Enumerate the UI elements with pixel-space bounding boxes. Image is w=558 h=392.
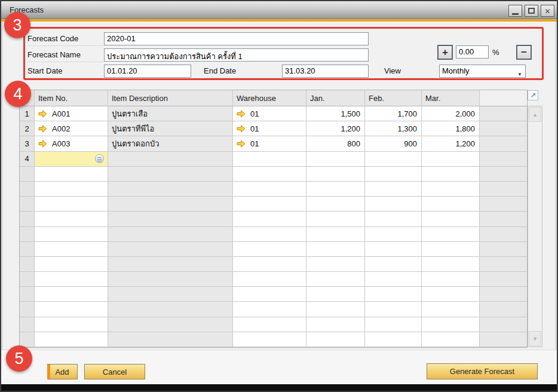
mar-cell[interactable]	[422, 287, 480, 302]
choose-from-list-icon[interactable]	[95, 154, 104, 163]
mar-cell[interactable]	[422, 302, 480, 317]
row-number-cell[interactable]	[20, 212, 35, 226]
mar-cell[interactable]: 2,000	[422, 106, 480, 121]
item-no-cell[interactable]	[35, 167, 108, 182]
item-no-cell[interactable]	[35, 272, 108, 287]
generate-forecast-button[interactable]: Generate Forecast	[427, 363, 538, 379]
forecast-name-input[interactable]: ประมาณการความต้องการสินค้า ครั้งที่ 1	[104, 48, 369, 62]
mar-cell[interactable]	[422, 197, 480, 212]
link-arrow-icon[interactable]	[237, 125, 246, 133]
jan-cell[interactable]	[306, 152, 365, 167]
warehouse-cell[interactable]	[233, 167, 306, 182]
jan-cell[interactable]	[306, 197, 365, 212]
item-no-cell[interactable]	[35, 302, 108, 317]
mar-cell[interactable]	[422, 182, 480, 197]
feb-cell[interactable]: 1,300	[365, 121, 422, 136]
mar-cell[interactable]: 1,800	[422, 121, 480, 136]
row-number-cell[interactable]	[20, 182, 35, 197]
warehouse-cell[interactable]	[233, 287, 306, 302]
jan-cell[interactable]: 800	[306, 136, 365, 151]
mar-cell[interactable]	[422, 272, 480, 287]
link-arrow-icon[interactable]	[237, 140, 246, 148]
row-number-cell[interactable]	[20, 302, 35, 317]
feb-cell[interactable]	[365, 242, 422, 257]
warehouse-cell[interactable]: 01	[233, 106, 306, 121]
mar-cell[interactable]	[422, 242, 480, 257]
jan-cell[interactable]	[306, 302, 365, 317]
warehouse-cell[interactable]	[233, 332, 306, 347]
close-button[interactable]	[541, 5, 554, 17]
feb-cell[interactable]	[365, 197, 422, 212]
row-number-cell[interactable]	[20, 317, 35, 332]
item-no-cell[interactable]	[35, 332, 108, 347]
warehouse-cell[interactable]	[233, 197, 306, 212]
add-button[interactable]: Add	[47, 364, 78, 379]
item-description-cell[interactable]	[108, 242, 233, 257]
warehouse-cell[interactable]: 01	[233, 121, 306, 136]
warehouse-cell[interactable]	[233, 212, 306, 226]
item-no-cell[interactable]	[35, 212, 108, 226]
mar-cell[interactable]: 1,200	[422, 136, 480, 151]
scroll-down-icon[interactable]	[529, 331, 541, 346]
link-arrow-icon[interactable]	[38, 140, 47, 148]
link-arrow-icon[interactable]	[38, 125, 47, 133]
warehouse-cell[interactable]	[233, 152, 306, 167]
row-number-cell[interactable]	[20, 257, 35, 272]
item-description-cell[interactable]: ปูนตราดอกบัว	[108, 136, 233, 151]
item-no-cell-active[interactable]	[35, 152, 108, 167]
jan-cell[interactable]	[306, 257, 365, 272]
jan-cell[interactable]	[306, 227, 365, 242]
mar-cell[interactable]	[422, 152, 480, 167]
item-no-cell[interactable]	[35, 242, 108, 257]
mar-cell[interactable]	[422, 167, 480, 182]
jan-cell[interactable]	[306, 287, 365, 302]
feb-cell[interactable]	[365, 272, 422, 287]
mar-cell[interactable]	[422, 332, 480, 347]
feb-cell[interactable]	[365, 317, 422, 332]
row-number-cell[interactable]: 4	[20, 152, 35, 167]
item-no-cell[interactable]: A003	[35, 136, 108, 151]
warehouse-cell[interactable]	[233, 302, 306, 317]
feb-cell[interactable]	[365, 257, 422, 272]
view-dropdown[interactable]: Monthly	[439, 65, 526, 78]
item-description-cell[interactable]: ปูนตราทีพีไอ	[108, 121, 233, 136]
item-description-cell[interactable]	[108, 227, 233, 242]
jan-cell[interactable]	[306, 332, 365, 347]
warehouse-cell[interactable]	[233, 242, 306, 257]
row-number-cell[interactable]: 1	[20, 106, 35, 121]
jan-cell[interactable]	[306, 212, 365, 226]
jan-cell[interactable]	[306, 317, 365, 332]
jan-cell[interactable]: 1,200	[306, 121, 365, 136]
item-no-cell[interactable]: A001	[35, 106, 108, 121]
link-arrow-icon[interactable]	[237, 110, 246, 118]
percent-increase-button[interactable]: +	[437, 45, 453, 60]
scroll-up-icon[interactable]	[529, 107, 541, 122]
item-no-cell[interactable]: A002	[35, 121, 108, 136]
end-date-input[interactable]: 31.03.20	[282, 65, 369, 78]
row-number-cell[interactable]	[20, 287, 35, 302]
percent-input[interactable]: 0.00	[456, 45, 489, 59]
title-bar[interactable]: Forecasts	[1, 1, 557, 19]
warehouse-cell[interactable]	[233, 182, 306, 197]
item-description-cell[interactable]	[108, 197, 233, 212]
feb-cell[interactable]	[365, 167, 422, 182]
jan-cell[interactable]	[306, 242, 365, 257]
feb-cell[interactable]	[365, 152, 422, 167]
feb-cell[interactable]	[365, 212, 422, 226]
mar-cell[interactable]	[422, 212, 480, 226]
item-description-cell[interactable]	[108, 167, 233, 182]
jan-cell[interactable]	[306, 167, 365, 182]
item-description-cell[interactable]	[108, 257, 233, 272]
row-number-cell[interactable]	[20, 167, 35, 182]
row-number-cell[interactable]: 3	[20, 136, 35, 151]
item-description-cell[interactable]	[108, 332, 233, 347]
feb-cell[interactable]	[365, 287, 422, 302]
item-description-cell[interactable]	[108, 317, 233, 332]
row-number-cell[interactable]	[20, 197, 35, 212]
warehouse-cell[interactable]	[233, 227, 306, 242]
item-no-cell[interactable]	[35, 287, 108, 302]
feb-cell[interactable]	[365, 332, 422, 347]
item-description-cell[interactable]	[108, 302, 233, 317]
warehouse-cell[interactable]	[233, 272, 306, 287]
start-date-input[interactable]: 01.01.20	[104, 65, 191, 78]
